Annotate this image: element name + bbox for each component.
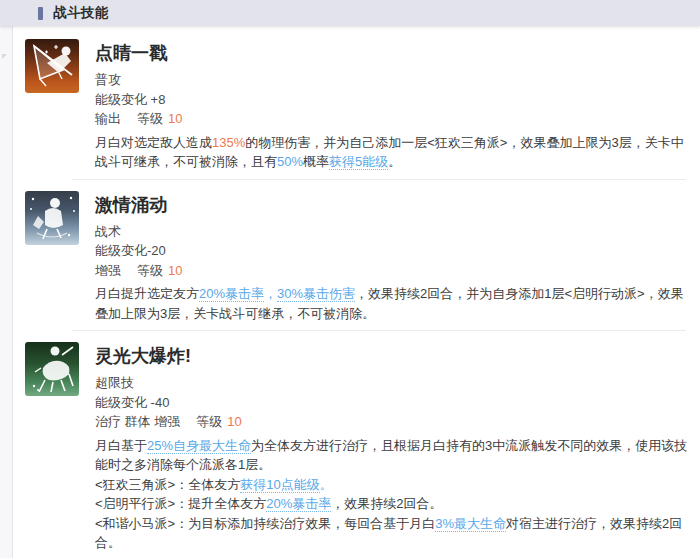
skills-panel: 点睛一戳 普攻 能级变化 +8 输出等级10 月白对选定敌人造成135%的物理伤… [13, 26, 700, 558]
skill-effect-list: <狂欢三角派>：全体友方获得10点能级。 <启明平行派>：提升全体友方20%暴击… [95, 475, 690, 553]
level-value: 10 [227, 414, 241, 429]
skill-tags-level: 增强等级10 [95, 261, 690, 281]
horse-rider-sketch-icon [25, 342, 79, 396]
divider [72, 179, 686, 180]
level-label: 等级 [196, 414, 222, 429]
skill-description: 月白基于25%自身最大生命为全体友方进行治疗，且根据月白持有的3中流派触发不同的… [95, 436, 690, 475]
figure-stars-sketch-icon [25, 191, 79, 245]
divider [72, 330, 686, 331]
skill-energy-change: 能级变化-20 [95, 241, 690, 261]
level-label: 等级 [137, 263, 163, 278]
effect-line-carnival: <狂欢三角派>：全体友方获得10点能级。 [95, 475, 690, 495]
term-link[interactable]: 25%自身最大生命 [147, 438, 251, 454]
term-link[interactable]: 30%暴击伤害 [277, 286, 355, 302]
section-title: 战斗技能 [53, 4, 109, 22]
effect-line-harmony: <和谐小马派>：为目标添加持续治疗效果，每回合基于月白3%最大生命对宿主进行治疗… [95, 514, 690, 553]
skill-description: 月白对选定敌人造成135%的物理伤害，并为自己添加一层<狂欢三角派>，效果叠加上… [95, 133, 690, 172]
skill-row-tactic: 激情涌动 战术 能级变化-20 增强等级10 月白提升选定友方20%暴击率，30… [25, 191, 690, 324]
skill-row-ultimate: 灵光大爆炸! 超限技 能级变化 -40 治疗 群体 增强等级10 月白基于25%… [25, 342, 690, 558]
skill-energy-change: 能级变化 +8 [95, 90, 690, 110]
skill-tags: 增强 [95, 263, 121, 278]
skill-energy-change: 能级变化 -40 [95, 393, 690, 413]
term-link[interactable]: 20%暴击率 [266, 496, 331, 512]
skill-category: 超限技 [95, 373, 690, 393]
paper-kite-sketch-icon [25, 39, 79, 93]
skill-row-basic-attack: 点睛一戳 普攻 能级变化 +8 输出等级10 月白对选定敌人造成135%的物理伤… [25, 39, 690, 172]
left-gutter [0, 26, 13, 558]
skill-category: 战术 [95, 222, 690, 242]
level-value: 10 [168, 263, 182, 278]
skill-title: 点睛一戳 [95, 43, 690, 63]
term-link[interactable]: 3%最大生命 [435, 516, 506, 532]
gutter-arrow-icon [2, 54, 7, 59]
skill-tags: 输出 [95, 111, 121, 126]
accent-bar [38, 7, 43, 20]
level-label: 等级 [137, 111, 163, 126]
skill-3-icon [25, 342, 79, 396]
level-value: 10 [168, 111, 182, 126]
skill-tags-level: 治疗 群体 增强等级10 [95, 412, 690, 432]
term-link[interactable]: 获得10点能级 [240, 477, 319, 493]
skill-tags-level: 输出等级10 [95, 109, 690, 129]
term-link[interactable]: 获得5能级 [329, 154, 388, 170]
section-header: 战斗技能 [0, 0, 700, 26]
skill-category: 普攻 [95, 70, 690, 90]
effect-line-enlighten: <启明平行派>：提升全体友方20%暴击率，效果持续2回合。 [95, 494, 690, 514]
skill-tags: 治疗 群体 增强 [95, 414, 180, 429]
skill-2-icon [25, 191, 79, 245]
skill-description: 月白提升选定友方20%暴击率，30%暴击伤害，效果持续2回合，并为自身添加1层<… [95, 284, 690, 323]
skill-title: 灵光大爆炸! [95, 346, 690, 366]
skill-title: 激情涌动 [95, 195, 690, 215]
skill-1-icon [25, 39, 79, 93]
term-link[interactable]: 20%暴击率 [199, 286, 264, 302]
